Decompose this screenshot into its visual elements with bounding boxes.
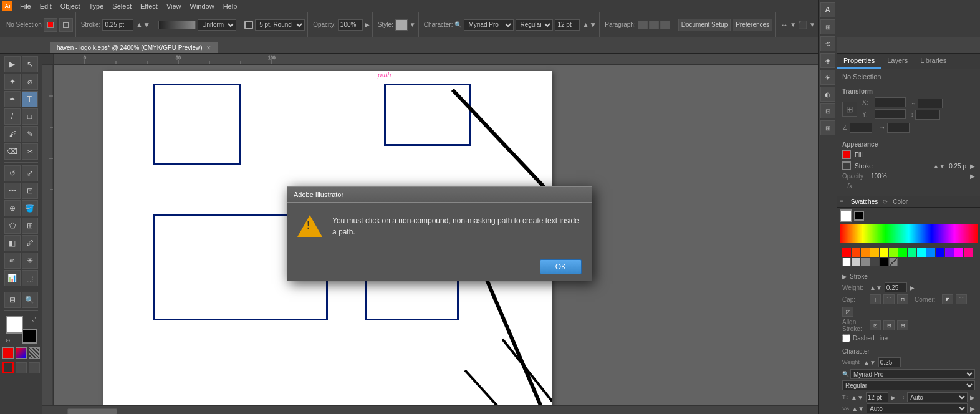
shear-input[interactable] — [887, 123, 910, 133]
live-paint-tool-btn[interactable]: 🪣 — [22, 200, 38, 216]
shape-builder-tool-btn[interactable]: ⊕ — [4, 200, 21, 216]
selection-tool-btn[interactable]: ▶ — [4, 56, 21, 72]
stroke-color-box[interactable] — [22, 329, 37, 344]
swatch-pink[interactable] — [964, 248, 973, 257]
swatch-magenta[interactable] — [954, 248, 963, 257]
pen-tool-btn[interactable]: ✒ — [4, 91, 21, 107]
stroke-collapse-btn[interactable]: ▶ — [842, 273, 847, 280]
swatch-blue[interactable] — [936, 248, 944, 257]
fill-swatch[interactable] — [842, 150, 851, 159]
transform-icon[interactable]: ⟲ — [820, 36, 835, 51]
tab-properties[interactable]: Properties — [837, 54, 881, 69]
width-input[interactable] — [918, 99, 943, 108]
line-tool-btn[interactable]: / — [4, 108, 21, 125]
rotate-tool-btn[interactable]: ↺ — [4, 165, 21, 181]
draw-behind-btn[interactable] — [16, 362, 27, 373]
symbol-tool-btn[interactable]: ✳ — [22, 253, 38, 269]
zoom-tool-btn[interactable]: 🔍 — [22, 292, 38, 308]
angle-input[interactable] — [850, 123, 872, 133]
document-tab[interactable]: haven - logo k.eps* @ 2400% (CMYK/GPU Pr… — [50, 42, 218, 53]
font-family-select[interactable]: Myriad Pro — [850, 369, 975, 379]
fill-color-box[interactable] — [6, 316, 23, 334]
artboard-tool-btn[interactable]: ⬚ — [22, 270, 38, 286]
scissors-tool-btn[interactable]: ✂ — [22, 143, 38, 160]
tab-libraries[interactable]: Libraries — [914, 54, 953, 69]
transform-tool-btn[interactable]: ⊡ — [22, 183, 38, 199]
opacity-input[interactable] — [338, 19, 363, 31]
fx-label[interactable]: fx — [842, 180, 975, 192]
gradient-tool-btn[interactable]: ◧ — [4, 235, 21, 251]
stroke-type-select[interactable]: Uniform — [198, 19, 236, 31]
paintbrush-tool-btn[interactable]: 🖌 — [4, 126, 21, 142]
tracking-select[interactable]: Auto — [867, 403, 968, 413]
corner-round-btn[interactable]: ⌒ — [956, 294, 967, 304]
canvas-area[interactable]: 0 50 100 — [42, 54, 837, 414]
swatch-violet[interactable] — [945, 248, 954, 257]
corner-bevel-btn[interactable]: ◸ — [842, 307, 853, 317]
type-vertical-icon[interactable]: A — [820, 2, 835, 17]
menu-view[interactable]: View — [163, 2, 185, 11]
char-weight-input[interactable] — [878, 357, 901, 367]
cap-round-btn[interactable]: ⌒ — [883, 294, 895, 304]
menu-type[interactable]: Type — [85, 2, 108, 11]
swatch-red[interactable] — [842, 248, 851, 257]
draw-normal-btn[interactable] — [2, 362, 14, 373]
color-tab[interactable]: Color — [888, 196, 913, 207]
eyedropper-tool-btn[interactable]: 🖊 — [22, 235, 38, 251]
blend-tool-btn[interactable]: ∞ — [4, 253, 21, 269]
rect-tool-btn[interactable]: □ — [22, 108, 38, 125]
swatch-dark-gray[interactable] — [870, 258, 879, 266]
dialog-ok-button[interactable]: OK — [540, 259, 582, 274]
pencil-tool-btn[interactable]: ✎ — [22, 126, 38, 142]
stroke-swatch[interactable] — [842, 161, 851, 170]
swatch-yellow[interactable] — [880, 248, 888, 257]
swatch-teal-green[interactable] — [908, 248, 916, 257]
x-input[interactable] — [875, 97, 906, 107]
gradient-mode-btn[interactable] — [16, 347, 27, 359]
font-style-select[interactable]: Regular — [516, 19, 553, 31]
font-select[interactable]: Myriad Pro — [464, 19, 514, 31]
direct-selection-tool-btn[interactable]: ↖ — [22, 56, 38, 72]
align-inside-btn[interactable]: ⊟ — [883, 320, 895, 330]
swatch-black[interactable] — [880, 258, 888, 266]
swatch-orange-red[interactable] — [852, 248, 860, 257]
align-center-btn[interactable]: ⊡ — [870, 320, 881, 330]
swatch-none[interactable] — [889, 258, 898, 266]
type-tool-btn active[interactable]: T — [22, 91, 38, 107]
align-outside-btn[interactable]: ⊞ — [897, 320, 908, 330]
perspective-tool-btn[interactable]: ⬠ — [4, 218, 21, 234]
swatch-gray[interactable] — [861, 258, 870, 266]
magic-wand-tool-btn[interactable]: ✦ — [4, 74, 21, 90]
none-mode-btn[interactable] — [29, 347, 40, 359]
menu-effect[interactable]: Effect — [137, 2, 161, 11]
tab-close-button[interactable]: ✕ — [206, 45, 211, 51]
font-style-select[interactable]: Regular — [842, 380, 975, 390]
height-input[interactable] — [915, 110, 940, 120]
corner-miter-btn[interactable]: ◤ — [942, 294, 953, 304]
swap-colors-btn[interactable]: ⇌ — [32, 316, 37, 322]
tab-layers[interactable]: Layers — [881, 54, 914, 69]
brush-select[interactable]: 5 pt. Round — [255, 19, 305, 31]
swatch-green[interactable] — [898, 248, 907, 257]
swatch-white[interactable] — [842, 258, 851, 266]
document-setup-button[interactable]: Document Setup — [678, 19, 731, 31]
cap-square-btn[interactable]: ⊓ — [897, 294, 908, 304]
swatch-amber[interactable] — [870, 248, 879, 257]
align-icon[interactable]: ⊞ — [820, 19, 835, 34]
menu-file[interactable]: File — [16, 2, 35, 11]
menu-object[interactable]: Object — [57, 2, 84, 11]
stroke-value-input[interactable] — [102, 19, 133, 31]
font-size-input[interactable] — [555, 19, 580, 31]
swatch-cyan[interactable] — [917, 248, 926, 257]
stroke-color-btn[interactable] — [59, 18, 73, 32]
cap-butt-btn[interactable]: | — [870, 294, 881, 304]
menu-help[interactable]: Help — [219, 2, 241, 11]
swatch-light-gray[interactable] — [852, 258, 860, 266]
y-input[interactable] — [875, 109, 906, 119]
color-gradient-bar[interactable] — [840, 224, 978, 243]
warp-tool-btn[interactable]: 〜 — [4, 183, 21, 199]
menu-window[interactable]: Window — [186, 2, 218, 11]
fill-large-swatch[interactable] — [840, 209, 852, 222]
reset-colors-btn[interactable]: ⊙ — [6, 337, 11, 344]
swatch-sky-blue[interactable] — [926, 248, 935, 257]
